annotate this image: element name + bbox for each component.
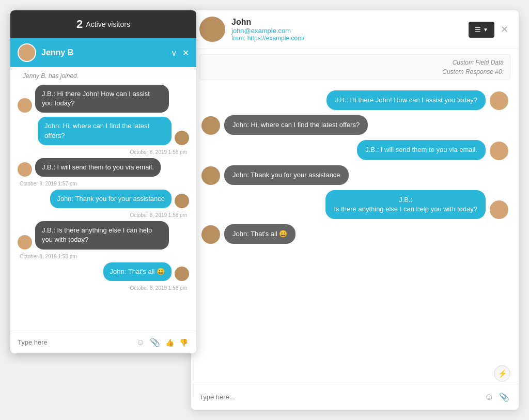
chat-messages-small: Jenny B. has joined. J.B.: Hi there John…	[10, 67, 196, 331]
visitor-avatar-msg	[175, 267, 189, 281]
agent-avatar-msg	[18, 162, 32, 177]
widget-controls: ∨ ✕	[171, 48, 189, 58]
main-header-actions: ☰ ▼ ✕	[469, 22, 510, 38]
msg-bubble-visitor: John: Thank you for your assistance	[50, 190, 172, 208]
msg-row: John: Hi, where can I find the latest of…	[18, 117, 189, 145]
thumbs-down-icon[interactable]: 👎	[178, 337, 189, 348]
active-label: Active visitors	[86, 20, 130, 28]
chevron-down-icon[interactable]: ∨	[171, 48, 177, 58]
msg-time: October 8, 2019 1:59 pm	[18, 285, 189, 291]
msg-row: J.B.: Hi there John! How can I assist yo…	[18, 85, 189, 113]
main-msg-bubble-visitor: John: Hi, where can I find the latest of…	[224, 115, 368, 135]
input-icons: ☺ 📎 👍 👎	[135, 336, 189, 348]
custom-field-area: Custom Field Data Custom Response #0:	[199, 54, 510, 80]
from-url[interactable]: https://example.com/	[247, 35, 305, 42]
msg-time: October 8, 2019 1:57 pm	[18, 181, 189, 186]
main-chat-input[interactable]	[199, 393, 479, 401]
menu-icon: ☰	[475, 26, 481, 34]
main-msg-row: John: Hi, where can I find the latest of…	[201, 115, 508, 135]
custom-field-title: Custom Field Data	[206, 59, 504, 66]
main-msg-bubble-visitor: John: That's all 😀	[224, 224, 295, 244]
attach-icon-main[interactable]: 📎	[498, 391, 510, 403]
main-input-icons: ☺ 📎	[484, 391, 510, 403]
visitor-avatar-msg	[175, 131, 189, 145]
main-messages: J.B.: Hi there John! How can I assist yo…	[191, 85, 519, 363]
chat-widget-titlebar: Jenny B ∨ ✕	[10, 38, 196, 67]
main-panel: John john@example.com from: https://exam…	[191, 10, 519, 410]
msg-bubble-agent: J.B.: Hi there John! How can I assist yo…	[35, 85, 169, 113]
from-label: from:	[231, 35, 245, 42]
menu-chevron-icon: ▼	[483, 27, 488, 33]
chat-input-small[interactable]	[18, 338, 132, 346]
main-msg-row: J.B.:Is there anything else I can help y…	[201, 190, 508, 219]
agent-avatar-msg	[18, 235, 32, 250]
msg-row: John: That's all 😀	[18, 262, 189, 281]
msg-bubble-visitor: John: Hi, where can I find the latest of…	[38, 117, 172, 145]
main-input-area: ☺ 📎	[191, 384, 519, 410]
visitor-avatar-msg	[175, 194, 189, 208]
msg-row: J.B.: I will send them to you via email.	[18, 158, 189, 177]
user-from: from: https://example.com/	[231, 35, 462, 42]
msg-row: J.B.: Is there anything else I can help …	[18, 221, 189, 249]
main-msg-bubble-visitor: John: Thank you for your assistance	[224, 165, 349, 185]
emoji-icon[interactable]: ☺	[135, 337, 146, 348]
visitor-avatar-main	[201, 225, 220, 244]
main-msg-row: John: Thank you for your assistance	[201, 165, 508, 185]
msg-bubble-agent: J.B.: Is there anything else I can help …	[35, 221, 169, 249]
close-icon[interactable]: ✕	[182, 48, 189, 58]
user-avatar-main	[199, 17, 225, 42]
agent-avatar-msg	[18, 98, 32, 113]
main-msg-row: J.B.: I will send them to you via email.	[201, 140, 508, 160]
msg-time: October 8, 2019 1:58 pm	[18, 212, 189, 218]
msg-time: October 8, 2019 1:58 pm	[18, 254, 189, 259]
agent-avatar-main	[490, 142, 508, 160]
user-name: John	[231, 18, 462, 27]
close-panel-button[interactable]: ✕	[499, 22, 510, 37]
main-header: John john@example.com from: https://exam…	[191, 10, 519, 49]
emoji-icon-main[interactable]: ☺	[484, 391, 495, 403]
main-msg-bubble-agent: J.B.: Hi there John! How can I assist yo…	[326, 90, 486, 110]
chat-input-bar: ☺ 📎 👍 👎	[10, 331, 196, 353]
main-msg-bubble-agent: J.B.: I will send them to you via email.	[357, 140, 486, 160]
visitor-panel: 2 Active visitors Jenny B ∨ ✕ Jenny B. h…	[10, 10, 196, 353]
agent-avatar-small	[18, 43, 36, 62]
lightning-area: ⚡	[191, 363, 519, 384]
attach-icon[interactable]: 📎	[149, 336, 161, 348]
thumbs-up-icon[interactable]: 👍	[164, 337, 175, 348]
msg-bubble-agent: J.B.: I will send them to you via email.	[35, 158, 161, 177]
joined-text: Jenny B. has joined.	[18, 72, 189, 80]
visitor-panel-header: 2 Active visitors	[10, 10, 196, 38]
main-msg-row: J.B.: Hi there John! How can I assist yo…	[201, 90, 508, 110]
agent-name-small: Jenny B	[41, 48, 166, 57]
main-msg-bubble-agent: J.B.:Is there anything else I can help y…	[325, 190, 486, 219]
main-msg-row: John: That's all 😀	[201, 224, 508, 244]
agent-avatar-main	[490, 200, 508, 219]
chat-widget: Jenny B ∨ ✕ Jenny B. has joined. J.B.: H…	[10, 38, 196, 353]
user-email[interactable]: john@example.com	[231, 27, 462, 35]
msg-bubble-visitor: John: That's all 😀	[103, 262, 172, 281]
visitor-avatar-main	[201, 166, 220, 185]
main-header-info: John john@example.com from: https://exam…	[231, 18, 462, 42]
msg-row: John: Thank you for your assistance	[18, 190, 189, 208]
msg-time: October 8, 2019 1:56 pm	[18, 149, 189, 155]
lightning-button[interactable]: ⚡	[494, 365, 510, 382]
agent-avatar-main	[490, 91, 508, 110]
visitor-avatar-main	[201, 116, 220, 135]
active-count: 2	[76, 18, 83, 31]
custom-response: Custom Response #0:	[206, 68, 504, 75]
menu-button[interactable]: ☰ ▼	[469, 22, 494, 38]
